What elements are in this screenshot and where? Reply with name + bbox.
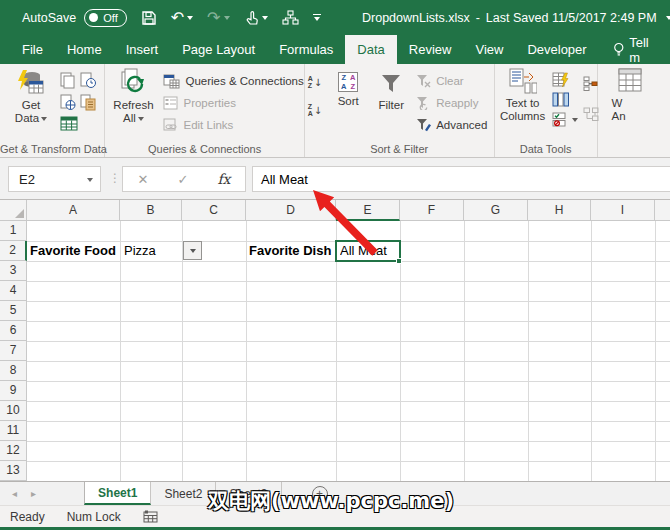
- column-header-partial[interactable]: [655, 200, 670, 221]
- tab-data[interactable]: Data: [345, 35, 396, 64]
- sort-icon-a1: A: [341, 82, 346, 91]
- select-all-button[interactable]: [0, 200, 27, 221]
- autosave-toggle[interactable]: Off: [84, 9, 126, 27]
- get-data-button[interactable]: Get Data: [8, 68, 54, 125]
- edit-links-button[interactable]: Edit Links: [163, 114, 303, 136]
- undo-button[interactable]: ↶: [171, 10, 193, 26]
- name-box-caret-icon[interactable]: [87, 178, 93, 182]
- row-header-13[interactable]: 13: [0, 461, 27, 481]
- redo-button[interactable]: ↷: [207, 10, 229, 26]
- properties-button[interactable]: Properties: [163, 92, 303, 114]
- cancel-button[interactable]: ✕: [138, 172, 149, 187]
- dropdown-list-button[interactable]: [183, 241, 202, 260]
- row-header-10[interactable]: 10: [0, 401, 27, 421]
- sort-ascending-button[interactable]: AZ ↓: [308, 72, 322, 92]
- macro-record-icon[interactable]: [143, 510, 159, 523]
- tab-insert[interactable]: Insert: [114, 35, 171, 64]
- column-header-i[interactable]: I: [591, 200, 655, 221]
- sheet-tab-sheet2[interactable]: Sheet2: [151, 482, 216, 505]
- reapply-filter-button[interactable]: Reapply: [416, 92, 487, 114]
- text-to-columns-button[interactable]: Text to Columns: [498, 68, 548, 123]
- row-header-5[interactable]: 5: [0, 301, 27, 321]
- sort-icon-z1: Z: [341, 73, 346, 82]
- column-header-f[interactable]: F: [400, 200, 464, 221]
- prev-sheet-button[interactable]: ◂: [12, 488, 17, 499]
- recent-sources-button[interactable]: [80, 70, 100, 90]
- cell-d2[interactable]: Favorite Dish: [249, 241, 336, 261]
- tab-developer[interactable]: Developer: [515, 35, 598, 64]
- insert-function-button[interactable]: fx: [217, 171, 230, 187]
- save-button[interactable]: [141, 10, 157, 26]
- queries-connections-button[interactable]: Queries & Connections: [163, 70, 303, 92]
- clear-filter-button[interactable]: Clear: [416, 70, 487, 92]
- new-sheet-button[interactable]: +: [312, 486, 328, 502]
- sheet-cells-area[interactable]: Favorite Food Pizza Favorite Dish All Me…: [27, 221, 670, 481]
- save-icon: [141, 10, 157, 26]
- filter-button[interactable]: Filter: [370, 68, 412, 112]
- sort-button[interactable]: ZA AZ Sort: [328, 68, 368, 108]
- row-header-11[interactable]: 11: [0, 421, 27, 441]
- what-if-label-2: An: [612, 110, 626, 123]
- from-web-button[interactable]: [60, 92, 80, 112]
- next-sheet-button[interactable]: ▸: [31, 488, 36, 499]
- formula-input[interactable]: All Meat: [252, 166, 670, 192]
- advanced-filter-button[interactable]: Advanced: [416, 114, 487, 136]
- refresh-all-button[interactable]: Refresh All: [109, 68, 157, 125]
- row-header-7[interactable]: 7: [0, 341, 27, 361]
- row-header-3[interactable]: 3: [0, 261, 27, 281]
- tab-tell-me[interactable]: Tell m: [605, 35, 670, 64]
- column-header-b[interactable]: B: [120, 200, 182, 221]
- cell-a2[interactable]: Favorite Food: [30, 241, 120, 261]
- customize-qat-button[interactable]: [313, 14, 321, 21]
- advanced-filter-label: Advanced: [436, 119, 487, 131]
- undo-icon: ↶: [171, 10, 184, 26]
- row-header-12[interactable]: 12: [0, 441, 27, 461]
- flash-fill-button[interactable]: [552, 70, 578, 90]
- name-box[interactable]: E2: [8, 166, 101, 192]
- column-header-a[interactable]: A: [27, 200, 120, 221]
- column-header-h[interactable]: H: [528, 200, 591, 221]
- fill-handle[interactable]: [396, 258, 402, 264]
- row-header-9[interactable]: 9: [0, 381, 27, 401]
- filter-icon: [379, 72, 403, 96]
- row-header-8[interactable]: 8: [0, 361, 27, 381]
- title-caret-icon[interactable]: [666, 16, 670, 20]
- redo-caret-icon: [224, 16, 230, 20]
- sort-descending-button[interactable]: ZA ↓: [308, 100, 322, 120]
- tab-formulas[interactable]: Formulas: [267, 35, 345, 64]
- advanced-filter-icon: [416, 118, 431, 132]
- cell-b2[interactable]: Pizza: [124, 241, 182, 261]
- relationships-button[interactable]: [583, 104, 599, 124]
- tab-view[interactable]: View: [463, 35, 515, 64]
- touch-mouse-mode-button[interactable]: [244, 10, 268, 26]
- enter-button[interactable]: ✓: [177, 172, 188, 187]
- existing-connections-icon: [80, 94, 96, 111]
- group-label-get-transform: Get & Transform Data: [0, 143, 104, 155]
- sheet-tab-sheet3[interactable]: Sheet3: [216, 482, 281, 505]
- what-if-analysis-button[interactable]: W An: [612, 68, 652, 123]
- column-header-e[interactable]: E: [336, 200, 400, 221]
- column-header-g[interactable]: G: [464, 200, 528, 221]
- document-name: DropdownLists.xlsx: [362, 11, 470, 25]
- tab-review[interactable]: Review: [397, 35, 464, 64]
- from-table-range-button[interactable]: [60, 114, 80, 134]
- get-data-label-1: Get: [22, 99, 41, 112]
- tab-file[interactable]: File: [10, 35, 55, 64]
- consolidate-button[interactable]: [583, 74, 599, 94]
- from-text-csv-button[interactable]: [60, 70, 80, 90]
- from-table-icon: [60, 116, 78, 132]
- row-header-2[interactable]: 2: [0, 241, 27, 261]
- row-header-1[interactable]: 1: [0, 221, 27, 241]
- flowchart-button[interactable]: [282, 10, 299, 26]
- tab-home[interactable]: Home: [55, 35, 114, 64]
- relationships-icon: [583, 107, 599, 122]
- sheet-tab-sheet1[interactable]: Sheet1: [84, 482, 151, 505]
- column-header-d[interactable]: D: [246, 200, 336, 221]
- row-header-6[interactable]: 6: [0, 321, 27, 341]
- column-header-c[interactable]: C: [182, 200, 246, 221]
- data-validation-button[interactable]: [552, 110, 578, 130]
- tab-page-layout[interactable]: Page Layout: [170, 35, 267, 64]
- row-header-4[interactable]: 4: [0, 281, 27, 301]
- remove-duplicates-button[interactable]: [552, 90, 578, 110]
- existing-connections-button[interactable]: [80, 92, 100, 112]
